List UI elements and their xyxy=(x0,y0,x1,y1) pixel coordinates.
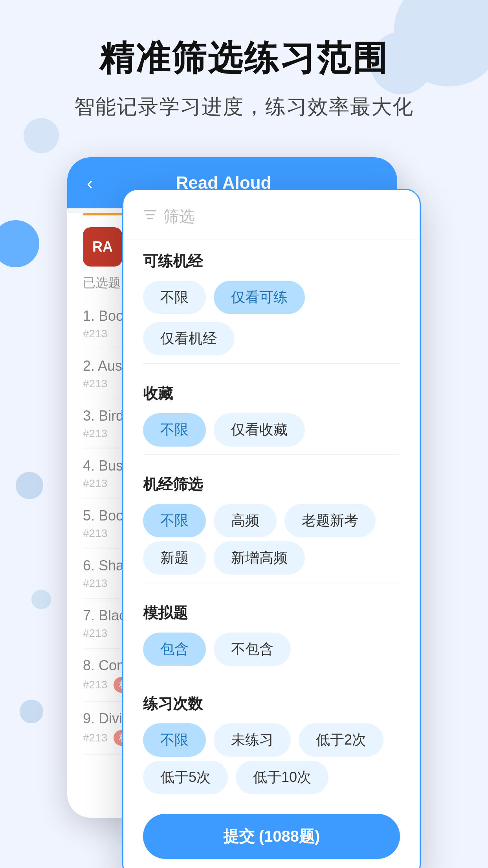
moni-options: 包含 不包含 xyxy=(143,633,400,666)
option-lianxi-less10[interactable]: 低于10次 xyxy=(236,761,328,794)
title-section: 精准筛选练习范围 智能记录学习进度，练习效率最大化 xyxy=(0,39,488,121)
item-num: #213 xyxy=(83,627,107,640)
item-num: #213 xyxy=(83,732,107,744)
option-lianxi-less2[interactable]: 低于2次 xyxy=(299,723,383,757)
item-num: #213 xyxy=(83,477,107,490)
sub-title: 智能记录学习进度，练习效率最大化 xyxy=(24,93,464,121)
option-jijing-gaopln[interactable]: 高频 xyxy=(214,504,277,537)
item-num: #213 xyxy=(83,427,107,440)
section-title-shoucang: 收藏 xyxy=(143,384,400,404)
item-num: #213 xyxy=(83,527,107,540)
section-title-jijing: 机经筛选 xyxy=(143,474,400,495)
option-moni-include[interactable]: 包含 xyxy=(143,633,206,666)
option-shoucang-unlimited[interactable]: 不限 xyxy=(143,413,206,447)
jijing-options-row2: 新题 新增高频 xyxy=(143,541,400,575)
option-moni-exclude[interactable]: 不包含 xyxy=(214,633,291,666)
filter-header: 筛选 xyxy=(123,190,420,239)
kexunjing-options: 不限 仅看可练 仅看机经 xyxy=(143,281,400,355)
ra-badge: RA xyxy=(83,227,122,267)
filter-modal: 筛选 可练机经 不限 仅看可练 仅看机经 收藏 不限 仅看收藏 机经筛选 不限 xyxy=(122,189,421,868)
filter-title: 筛选 xyxy=(163,206,195,227)
option-shoucang-only[interactable]: 仅看收藏 xyxy=(214,413,305,447)
bg-decoration-circle-5 xyxy=(16,472,43,499)
main-title: 精准筛选练习范围 xyxy=(24,39,464,77)
option-lianxi-unlimited[interactable]: 不限 xyxy=(143,723,206,757)
lianxi-options-row1: 不限 未练习 低于2次 xyxy=(143,723,400,757)
bg-decoration-circle-4 xyxy=(0,220,39,267)
section-title-lianxi: 练习次数 xyxy=(143,694,400,714)
item-num: #213 xyxy=(83,577,107,590)
section-title-kexunjing: 可练机经 xyxy=(143,251,400,271)
bg-decoration-circle-6 xyxy=(31,590,51,609)
option-lianxi-weilianxi[interactable]: 未练习 xyxy=(214,723,291,757)
jijing-options-row1: 不限 高频 老题新考 xyxy=(143,504,400,537)
item-num: #213 xyxy=(83,679,107,691)
filter-section-kexunjing: 可练机经 不限 仅看可练 仅看机经 xyxy=(123,239,420,355)
option-kexunjing-unlimited[interactable]: 不限 xyxy=(143,281,206,314)
section-title-moni: 模拟题 xyxy=(143,603,400,623)
option-jijing-laoti[interactable]: 老题新考 xyxy=(284,504,376,537)
filter-section-moni: 模拟题 包含 不包含 xyxy=(123,591,420,666)
back-button[interactable]: ‹ xyxy=(87,172,93,194)
item-num: #213 xyxy=(83,377,107,390)
shoucang-options: 不限 仅看收藏 xyxy=(143,413,400,447)
filter-icon xyxy=(143,208,157,225)
phone-wrapper: ‹ Read Aloud RA 已选题目 0 1. Book ch #213 2… xyxy=(67,157,421,833)
submit-button-container: 提交 (1088题) xyxy=(123,798,420,867)
filter-section-lianxi: 练习次数 不限 未练习 低于2次 低于5次 低于10次 xyxy=(123,682,420,794)
option-kexunjing-kanlian[interactable]: 仅看可练 xyxy=(214,281,305,314)
option-jijing-unlimited[interactable]: 不限 xyxy=(143,504,206,537)
bg-decoration-circle-3 xyxy=(24,118,59,153)
option-jijing-xinti[interactable]: 新题 xyxy=(143,541,206,575)
submit-button[interactable]: 提交 (1088题) xyxy=(143,814,400,859)
filter-section-jijing: 机经筛选 不限 高频 老题新考 新题 新增高频 xyxy=(123,463,420,575)
item-num: #213 xyxy=(83,327,107,340)
option-jijing-xingaopin[interactable]: 新增高频 xyxy=(214,541,305,575)
option-lianxi-less5[interactable]: 低于5次 xyxy=(143,761,228,794)
lianxi-options-row2: 低于5次 低于10次 xyxy=(143,761,400,794)
filter-section-shoucang: 收藏 不限 仅看收藏 xyxy=(123,372,420,447)
bg-decoration-circle-7 xyxy=(20,700,43,723)
option-kexunjing-kanjing[interactable]: 仅看机经 xyxy=(143,322,234,355)
